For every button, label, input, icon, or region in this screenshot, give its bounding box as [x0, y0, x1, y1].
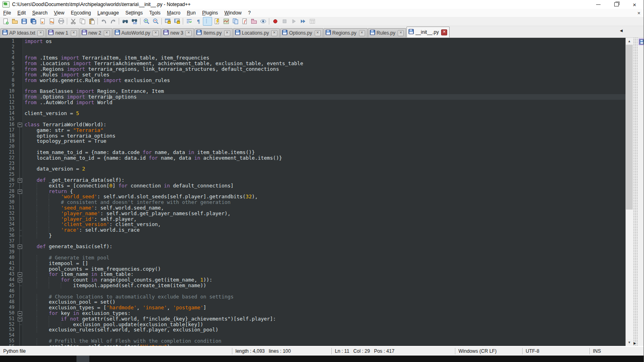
code-line-16[interactable]: 16class TerrariaWorld(World): — [0, 122, 625, 128]
code-line-35[interactable]: 35 'race': self.world.is_race — [0, 227, 625, 233]
fold-margin-collapse[interactable] — [17, 122, 23, 128]
tab-scroll-left-icon[interactable]: ◀ — [620, 29, 623, 33]
code-line-26[interactable]: 26 def _get_terraria_data(self): — [0, 177, 625, 183]
code-line-21[interactable]: 21 item_name_to_id = {name: data.code fo… — [0, 150, 625, 155]
code-line-45[interactable]: 45 itempool.append(self.create_item(item… — [0, 283, 625, 288]
fold-collapse-icon[interactable] — [18, 178, 22, 183]
code-line-34[interactable]: 34 'client_version': client_version, — [0, 222, 625, 227]
zoom-in-button[interactable] — [142, 17, 151, 26]
code-line-24[interactable]: 24 data_version = 2 — [0, 166, 625, 172]
tab-new-1[interactable]: new 1✕ — [46, 28, 79, 37]
show-all-characters-button[interactable]: ¶ — [194, 17, 203, 26]
code-line-1[interactable]: 1import os — [0, 39, 625, 44]
code-line-40[interactable]: 40 # Generate item pool — [0, 255, 625, 261]
code-line-5[interactable]: 5from .Locations import TerrariaAchievem… — [0, 61, 625, 66]
new-file-button[interactable] — [1, 17, 10, 26]
fold-margin-collapse[interactable] — [17, 189, 23, 194]
tab-close-icon[interactable]: ✕ — [359, 30, 365, 36]
code-line-8[interactable]: 8from worlds.generic.Rules import exclus… — [0, 78, 625, 83]
code-line-47[interactable]: 47 # Choose locations to automatically e… — [0, 294, 625, 300]
status-eol-format[interactable]: Windows (CR LF) — [455, 348, 522, 354]
code-line-33[interactable]: 33 'player_id': self.player, — [0, 216, 625, 222]
tab-new-3[interactable]: new 3✕ — [161, 28, 194, 37]
replace-button[interactable]: ab — [130, 17, 139, 26]
fold-margin-collapse[interactable] — [17, 272, 23, 277]
tab-close-icon[interactable]: ✕ — [104, 30, 110, 36]
code-line-4[interactable]: 4from .Items import TerrariaItem, item_t… — [0, 55, 625, 61]
tab-new-2[interactable]: new 2✕ — [80, 28, 112, 37]
menu-macro[interactable]: Macro — [164, 9, 184, 16]
tab-ap-ideas-txt[interactable]: AP Ideas.txt✕ — [0, 28, 46, 37]
paste-button[interactable] — [87, 17, 96, 26]
code-line-29[interactable]: 29 'world_seed': self.world.slot_seeds[s… — [0, 194, 625, 200]
code-line-50[interactable]: 50 for key in exclusion_types: — [0, 311, 625, 316]
menu-language[interactable]: Language — [94, 9, 122, 16]
tab-options-py[interactable]: Options.py✕ — [280, 28, 323, 37]
code-line-3[interactable]: 3 — [0, 50, 625, 56]
code-line-39[interactable]: 39 — [0, 249, 625, 255]
code-line-38[interactable]: 38 def generate_basic(self): — [0, 244, 625, 249]
close-all-button[interactable] — [47, 17, 56, 26]
folder-as-workspace-button[interactable] — [249, 17, 258, 26]
tab-close-icon[interactable]: ✕ — [186, 30, 192, 36]
status-insert-mode[interactable]: INS — [589, 348, 612, 354]
code-line-54[interactable]: 54 — [0, 333, 625, 338]
code-line-53[interactable]: 53 exclusion_rules(self.world, self.play… — [0, 327, 625, 333]
tab-close-icon[interactable]: ✕ — [315, 30, 321, 36]
scroll-up-icon[interactable]: ▲ — [626, 38, 633, 45]
menu-plugins[interactable]: Plugins — [199, 9, 221, 16]
code-line-27[interactable]: 27 exits = [connection[0] for connection… — [0, 183, 625, 189]
code-line-18[interactable]: 18 options = terraria_options — [0, 133, 625, 139]
code-line-41[interactable]: 41 itempool = [] — [0, 261, 625, 266]
fold-margin-collapse[interactable] — [17, 277, 23, 283]
tab-close-icon[interactable]: ✕ — [37, 30, 43, 36]
menu-file[interactable]: File — [0, 9, 14, 16]
code-line-15[interactable]: 15 — [0, 116, 625, 122]
close-document-icon[interactable]: × — [637, 10, 640, 16]
fold-collapse-icon[interactable] — [18, 123, 22, 127]
code-line-37[interactable]: 37 — [0, 239, 625, 244]
code-line-20[interactable]: 20 — [0, 144, 625, 150]
tab-close-icon[interactable]: ✕ — [271, 30, 277, 36]
menu-view[interactable]: View — [51, 9, 68, 16]
menu-tools[interactable]: Tools — [146, 9, 164, 16]
tab-close-icon[interactable]: ✕ — [153, 30, 159, 36]
menu-run[interactable]: Run — [184, 9, 199, 16]
code-line-43[interactable]: 43 for item_name in item_table: — [0, 272, 625, 277]
tab-items-py[interactable]: Items.py✕ — [194, 28, 232, 37]
function-list-button[interactable] — [212, 17, 221, 26]
word-wrap-button[interactable] — [184, 17, 194, 26]
fold-margin-collapse[interactable] — [17, 311, 23, 316]
code-line-55[interactable]: 55 # Prefill the Wall of Flesh with the … — [0, 338, 625, 344]
fold-collapse-icon[interactable] — [18, 317, 22, 321]
tab-locations-py[interactable]: Locations.py✕ — [233, 28, 280, 37]
close-button[interactable]: × — [625, 0, 644, 9]
zoom-out-button[interactable] — [151, 17, 160, 26]
code-line-51[interactable]: 51 if not getattr(self.world, f"include_… — [0, 316, 625, 322]
function-completion-button[interactable]: f — [240, 17, 249, 26]
minimize-button[interactable] — [589, 0, 607, 9]
code-line-32[interactable]: 32 'player_name': self.world.get_player_… — [0, 211, 625, 216]
code-line-11[interactable]: 11from .Options import terraria_options — [0, 94, 625, 100]
code-line-19[interactable]: 19 topology_present = True — [0, 138, 625, 144]
cut-button[interactable] — [68, 17, 78, 26]
code-line-12[interactable]: 12from ..AutoWorld import World — [0, 100, 625, 105]
code-line-52[interactable]: 52 exclusion_pool.update(exclusion_table… — [0, 322, 625, 327]
code-line-10[interactable]: 10from BaseClasses import Region, Entran… — [0, 88, 625, 94]
code-line-28[interactable]: 28 return { — [0, 189, 625, 194]
tab-close-icon[interactable]: ✕ — [71, 30, 77, 36]
print-button[interactable] — [56, 17, 66, 26]
macro-play-button[interactable] — [289, 17, 298, 26]
scroll-right-icon[interactable]: ▶ — [634, 341, 636, 345]
code-line-49[interactable]: 49 exclusion_types = ['hardmode', 'insan… — [0, 305, 625, 311]
code-line-30[interactable]: 30 # consistent and doesn't interfere wi… — [0, 200, 625, 205]
menu-edit[interactable]: Edit — [14, 9, 29, 16]
tab-close-icon[interactable]: ✕ — [398, 30, 404, 36]
redo-button[interactable] — [108, 17, 118, 26]
close-file-button[interactable] — [38, 17, 47, 26]
macro-stop-button[interactable] — [280, 17, 289, 26]
macro-save-button[interactable] — [308, 17, 317, 26]
fold-collapse-icon[interactable] — [18, 311, 22, 316]
code-line-17[interactable]: 17 game: str = "Terraria" — [0, 128, 625, 133]
status-encoding[interactable]: UTF-8 — [522, 348, 589, 354]
